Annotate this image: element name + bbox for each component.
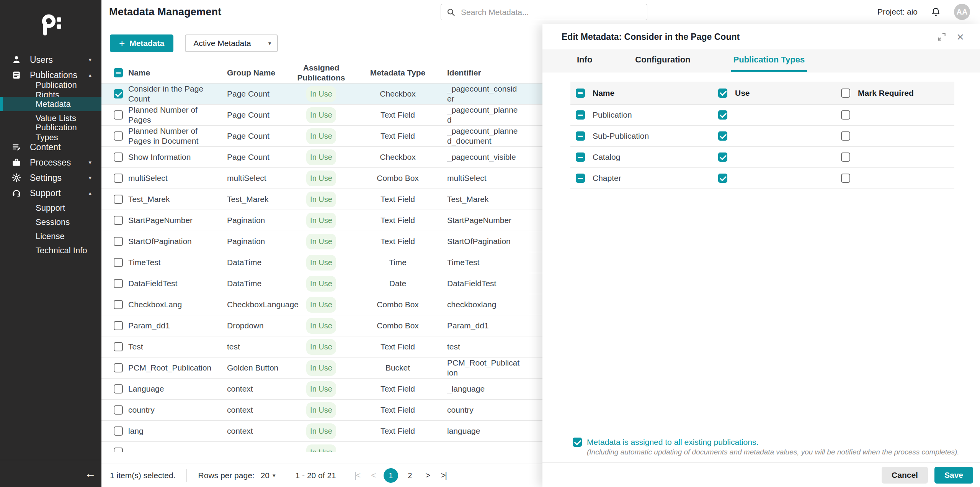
mark-required-checkbox[interactable] — [841, 110, 850, 120]
sidebar-subitem-metadata[interactable]: Metadata — [0, 97, 101, 111]
cell-group-name: Page Count — [227, 89, 294, 99]
panel-cell-use — [713, 174, 836, 183]
collapse-sidebar-arrow-icon[interactable]: ← — [85, 468, 96, 479]
edit-metadata-panel: Edit Metadata: Consider in the Page Coun… — [542, 24, 980, 487]
row-checkbox[interactable] — [114, 279, 123, 288]
cancel-button[interactable]: Cancel — [882, 467, 928, 484]
cell-identifier: _language — [447, 384, 528, 394]
panel-footer: Cancel Save — [542, 462, 980, 487]
row-checkbox[interactable] — [114, 110, 123, 120]
cell-assigned-publications: In Use — [294, 192, 355, 207]
cell-metadata-type: Combo Box — [355, 300, 447, 310]
select-all-publication-types-checkbox[interactable] — [576, 89, 585, 98]
cell-assigned-publications: In Use — [294, 128, 355, 144]
row-checkbox[interactable] — [114, 342, 123, 351]
panel-cell-use — [713, 131, 836, 141]
panel-column-mark-required: Mark Required — [836, 89, 954, 98]
sidebar-item-processes[interactable]: Processes▾ — [0, 155, 101, 170]
panel-table-row[interactable]: Chapter — [570, 168, 954, 189]
tab-configuration[interactable]: Configuration — [633, 49, 693, 72]
cell-metadata-type: Checkbox — [355, 89, 447, 99]
notifications-bell-icon[interactable] — [931, 7, 941, 17]
add-metadata-button[interactable]: + Metadata — [110, 34, 173, 52]
cell-group-name: Dropdown — [227, 321, 294, 331]
cell-group-name: Test_Marek — [227, 194, 294, 204]
mark-required-checkbox[interactable] — [841, 174, 850, 183]
chevron-down-icon: ▾ — [273, 472, 276, 479]
row-checkbox[interactable] — [114, 89, 123, 98]
row-checkbox[interactable] — [114, 384, 123, 394]
sidebar-subitem-support[interactable]: Support — [0, 201, 101, 215]
panel-table-row[interactable]: Publication — [570, 105, 954, 126]
next-page-button[interactable]: > — [422, 471, 433, 480]
status-badge: In Use — [306, 149, 336, 165]
tab-info[interactable]: Info — [575, 49, 595, 72]
close-panel-icon[interactable]: × — [957, 31, 964, 43]
sidebar-item-support[interactable]: Support▴ — [0, 185, 101, 201]
sidebar: Users▾Publications▴Publication RightsMet… — [0, 0, 101, 487]
row-checkbox[interactable] — [114, 195, 123, 204]
use-all-checkbox[interactable] — [718, 89, 727, 98]
use-checkbox[interactable] — [718, 152, 727, 162]
select-all-checkbox[interactable] — [114, 68, 123, 77]
first-page-button[interactable]: |< — [351, 471, 363, 480]
cell-metadata-type: Combo Box — [355, 173, 447, 183]
sidebar-subitem-publication-types[interactable]: Publication Types — [0, 125, 101, 139]
row-checkbox[interactable] — [114, 258, 123, 267]
publication-type-checkbox[interactable] — [576, 131, 585, 141]
settings-icon — [11, 173, 21, 183]
row-checkbox[interactable] — [114, 300, 123, 309]
use-checkbox[interactable] — [718, 131, 727, 141]
search-input[interactable] — [461, 8, 642, 17]
previous-page-button[interactable]: < — [368, 471, 379, 480]
status-badge: In Use — [306, 297, 336, 313]
mark-required-checkbox[interactable] — [841, 152, 850, 162]
use-checkbox[interactable] — [718, 174, 727, 183]
panel-header: Edit Metadata: Consider in the Page Coun… — [542, 24, 980, 49]
cell-identifier: DataFieldTest — [447, 279, 528, 289]
sidebar-item-users[interactable]: Users▾ — [0, 52, 101, 67]
row-checkbox[interactable] — [114, 448, 123, 452]
sidebar-subitem-license[interactable]: License — [0, 229, 101, 243]
page-button-2[interactable]: 2 — [403, 468, 417, 483]
assign-all-checkbox[interactable] — [573, 438, 582, 447]
use-checkbox[interactable] — [718, 110, 727, 120]
panel-table-row[interactable]: Sub-Publication — [570, 126, 954, 147]
assign-note-text: Metadata is assigned to all existing pub… — [587, 438, 959, 447]
cell-name: Test — [128, 342, 227, 352]
row-checkbox[interactable] — [114, 321, 123, 330]
row-checkbox[interactable] — [114, 131, 123, 141]
row-checkbox[interactable] — [114, 405, 123, 415]
publication-type-checkbox[interactable] — [576, 152, 585, 162]
tab-publication-types[interactable]: Publication Types — [731, 49, 807, 72]
sidebar-item-settings[interactable]: Settings▾ — [0, 170, 101, 185]
panel-table-row[interactable]: Catalog — [570, 147, 954, 168]
page-button-1[interactable]: 1 — [384, 468, 398, 483]
row-checkbox[interactable] — [114, 152, 123, 162]
row-checkbox[interactable] — [114, 426, 123, 436]
sidebar-subitem-technical-info[interactable]: Technical Info — [0, 243, 101, 257]
panel-cell-mark-required — [836, 152, 954, 162]
publication-type-checkbox[interactable] — [576, 110, 585, 120]
publication-type-checkbox[interactable] — [576, 174, 585, 183]
selected-count: 1 item(s) selected. — [110, 471, 176, 480]
chevron-up-icon: ▴ — [88, 190, 91, 197]
row-checkbox[interactable] — [114, 363, 123, 372]
cell-assigned-publications: In Use — [294, 234, 355, 249]
expand-panel-icon[interactable] — [937, 32, 947, 42]
cell-metadata-type: Combo Box — [355, 321, 447, 331]
rows-per-page-select[interactable]: 20 ▾ — [261, 471, 276, 480]
sidebar-subitem-sessions[interactable]: Sessions — [0, 215, 101, 229]
row-checkbox[interactable] — [114, 216, 123, 225]
last-page-button[interactable]: >| — [438, 471, 449, 480]
mark-required-all-checkbox[interactable] — [841, 89, 850, 98]
mark-required-checkbox[interactable] — [841, 131, 850, 141]
save-button[interactable]: Save — [934, 467, 973, 484]
row-checkbox[interactable] — [114, 174, 123, 183]
cell-metadata-type: Text Field — [355, 131, 447, 141]
avatar[interactable]: AA — [954, 4, 970, 20]
row-checkbox[interactable] — [114, 237, 123, 246]
metadata-filter-select[interactable]: Active Metadata ▾ — [185, 34, 278, 52]
cell-metadata-type: Text Field — [355, 405, 447, 415]
sidebar-subitem-publication-rights[interactable]: Publication Rights — [0, 83, 101, 97]
